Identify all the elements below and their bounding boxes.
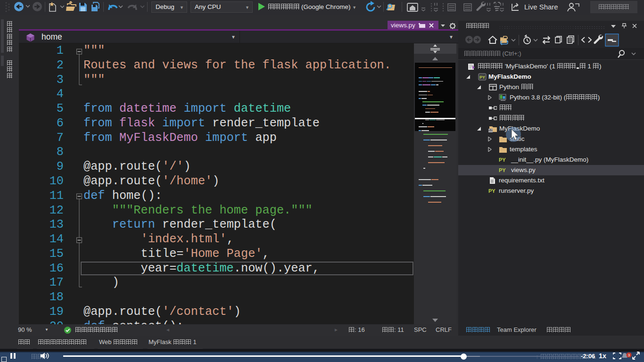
svg-text:PY: PY <box>479 75 485 80</box>
svg-text:3: 3 <box>628 353 630 357</box>
